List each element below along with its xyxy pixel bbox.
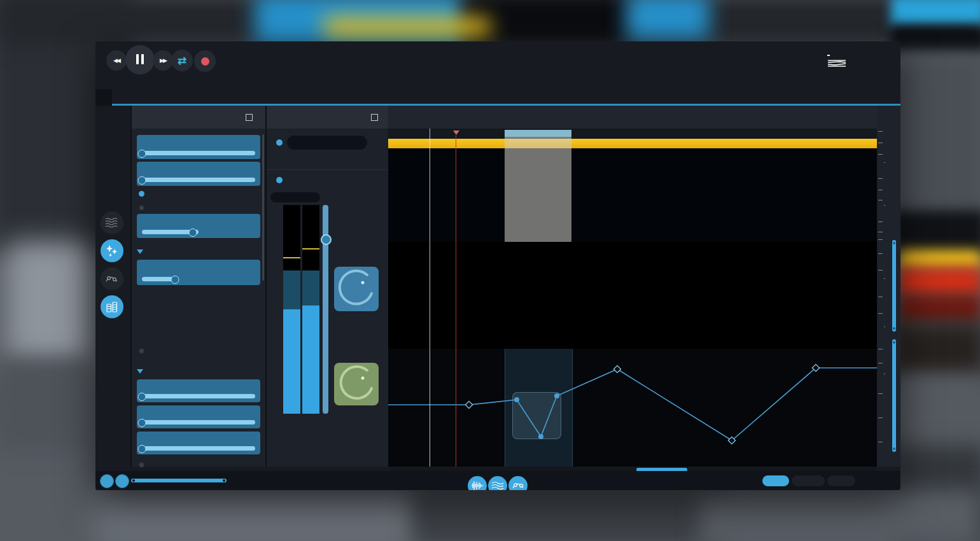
plugin-enable-toggle[interactable] bbox=[276, 139, 283, 146]
right-channel-button[interactable] bbox=[115, 474, 129, 488]
remix-noise-slider[interactable] bbox=[137, 405, 260, 428]
waveform-mode-button[interactable] bbox=[468, 476, 487, 490]
remix-transient-track[interactable] bbox=[142, 446, 255, 451]
meter-left-peak-line bbox=[283, 257, 300, 258]
automation-mode-button[interactable] bbox=[508, 476, 528, 490]
factor-track[interactable] bbox=[142, 277, 178, 281]
tab-bar bbox=[95, 89, 900, 106]
remix-transient-thumb[interactable] bbox=[138, 445, 146, 453]
spectrogram-mode-button[interactable] bbox=[488, 476, 507, 490]
automation-lane[interactable] bbox=[388, 349, 877, 467]
master-float-icon[interactable] bbox=[371, 114, 378, 121]
palette-dot[interactable] bbox=[673, 450, 679, 456]
tape-mode-toggle[interactable] bbox=[139, 348, 144, 354]
balance-slider[interactable] bbox=[131, 479, 227, 482]
app-window: ◀◀ ▶▶ ⇄ bbox=[95, 41, 900, 490]
formant-slider[interactable] bbox=[137, 162, 260, 186]
right-scale-strip bbox=[877, 106, 900, 467]
add-tab-button[interactable] bbox=[99, 92, 111, 103]
meter-left bbox=[283, 205, 300, 414]
plugin-slot[interactable] bbox=[287, 136, 367, 150]
midside-knob[interactable] bbox=[334, 363, 379, 405]
fast-forward-button[interactable]: ▶▶ bbox=[153, 50, 173, 71]
ripple-toggle[interactable] bbox=[792, 475, 825, 486]
mute-button[interactable] bbox=[270, 192, 320, 202]
left-channel-button[interactable] bbox=[100, 474, 114, 488]
rewind-button[interactable]: ◀◀ bbox=[106, 50, 127, 71]
effects-panel-header bbox=[132, 106, 265, 129]
factor-thumb[interactable] bbox=[171, 276, 179, 284]
loop-button[interactable]: ⇄ bbox=[171, 50, 193, 71]
pause-button[interactable] bbox=[125, 45, 155, 74]
pause-icon bbox=[135, 54, 145, 66]
palette-dot[interactable] bbox=[592, 450, 598, 456]
remix-transient-slider[interactable] bbox=[137, 432, 260, 454]
spectrogram-zoom-slider[interactable] bbox=[892, 240, 896, 332]
palette-dot[interactable] bbox=[606, 450, 612, 456]
wave-zero-label-2 bbox=[884, 204, 885, 206]
remix-collapse-icon[interactable] bbox=[137, 369, 143, 374]
palette-dot[interactable] bbox=[647, 450, 652, 456]
master-panel-header bbox=[267, 106, 389, 129]
cent-precision-toggle[interactable] bbox=[139, 191, 144, 197]
loop-icon: ⇄ bbox=[178, 54, 186, 67]
palette-dot[interactable] bbox=[633, 450, 639, 456]
formant-track[interactable] bbox=[142, 178, 255, 182]
volume-fader-track[interactable] bbox=[323, 205, 328, 414]
effects-float-icon[interactable] bbox=[246, 114, 253, 121]
remix-noise-track[interactable] bbox=[142, 420, 255, 425]
table-icon bbox=[106, 300, 118, 313]
formant-thumb[interactable] bbox=[138, 176, 146, 185]
transposition-slider[interactable] bbox=[137, 135, 260, 159]
remix-sinus-slider[interactable] bbox=[137, 379, 260, 402]
document-tab[interactable] bbox=[112, 89, 900, 106]
record-button[interactable] bbox=[194, 50, 216, 72]
remix-sinus-thumb[interactable] bbox=[138, 393, 146, 401]
midi-toggle[interactable] bbox=[762, 475, 789, 486]
noise-transient-link-toggle[interactable] bbox=[139, 462, 144, 468]
palette-dot[interactable] bbox=[660, 450, 666, 456]
bottom-bar bbox=[95, 471, 900, 490]
remix-sinus-track[interactable] bbox=[142, 394, 255, 398]
panning-knob-arc bbox=[334, 267, 379, 311]
spectrum-waves-icon bbox=[491, 481, 504, 490]
formant-transposition-link-toggle[interactable] bbox=[139, 205, 144, 211]
timeline-area[interactable] bbox=[388, 106, 877, 467]
palette-dot-selected[interactable] bbox=[563, 447, 574, 458]
max-fundamental-thumb[interactable] bbox=[189, 228, 197, 237]
mode-select[interactable] bbox=[249, 475, 253, 484]
palette-dot[interactable] bbox=[578, 450, 584, 456]
transposition-track[interactable] bbox=[142, 151, 255, 155]
logo-lines-icon bbox=[827, 59, 846, 67]
spectrogram-display[interactable] bbox=[388, 242, 877, 349]
palette-dot[interactable] bbox=[687, 450, 692, 456]
transposition-thumb[interactable] bbox=[138, 150, 146, 158]
factor-slider[interactable] bbox=[137, 260, 260, 285]
time-ruler[interactable] bbox=[388, 106, 877, 129]
table-view-button[interactable] bbox=[101, 295, 123, 318]
panning-knob[interactable] bbox=[334, 267, 379, 311]
waveform-selection-overlay[interactable] bbox=[505, 130, 571, 242]
max-fundamental-track[interactable] bbox=[142, 230, 199, 234]
automation-curve[interactable] bbox=[388, 349, 877, 467]
record-icon bbox=[201, 57, 209, 66]
snail-view-button[interactable] bbox=[101, 211, 123, 234]
palette-dot[interactable] bbox=[620, 450, 626, 456]
marker-strip[interactable] bbox=[388, 129, 877, 139]
effects-view-button[interactable] bbox=[101, 239, 123, 262]
spec-zero-label-1 bbox=[884, 278, 885, 279]
effects-scrollbar[interactable] bbox=[262, 134, 264, 281]
playhead-marker-icon[interactable] bbox=[453, 130, 459, 135]
remix-noise-thumb[interactable] bbox=[138, 419, 146, 427]
stretch-collapse-icon[interactable] bbox=[137, 249, 143, 254]
master-enable-toggle[interactable] bbox=[276, 177, 283, 183]
edit-cursor-line bbox=[430, 129, 430, 467]
volume-fader-thumb[interactable] bbox=[321, 234, 332, 245]
snap-toggle[interactable] bbox=[827, 475, 855, 486]
max-fundamental-slider[interactable] bbox=[137, 214, 260, 238]
automation-zoom-slider[interactable] bbox=[892, 339, 896, 452]
meter-right-peak-line bbox=[302, 248, 319, 249]
playhead-line bbox=[456, 135, 456, 467]
automation-view-button[interactable] bbox=[101, 267, 123, 290]
waveform-display[interactable] bbox=[388, 148, 877, 242]
